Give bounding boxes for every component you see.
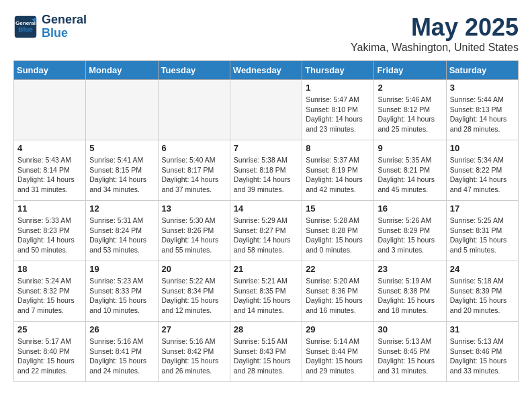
day-number: 1 xyxy=(306,83,370,93)
day-info: Sunrise: 5:18 AM Sunset: 8:39 PM Dayligh… xyxy=(450,276,515,316)
day-number: 24 xyxy=(450,264,515,274)
day-info: Sunrise: 5:34 AM Sunset: 8:22 PM Dayligh… xyxy=(450,155,515,195)
day-info: Sunrise: 5:43 AM Sunset: 8:14 PM Dayligh… xyxy=(17,155,82,195)
week-row-2: 4Sunrise: 5:43 AM Sunset: 8:14 PM Daylig… xyxy=(14,140,519,201)
day-info: Sunrise: 5:16 AM Sunset: 8:41 PM Dayligh… xyxy=(89,336,154,376)
day-info: Sunrise: 5:47 AM Sunset: 8:10 PM Dayligh… xyxy=(306,95,370,134)
day-info: Sunrise: 5:24 AM Sunset: 8:32 PM Dayligh… xyxy=(17,276,82,316)
day-info: Sunrise: 5:40 AM Sunset: 8:17 PM Dayligh… xyxy=(162,155,226,195)
day-info: Sunrise: 5:35 AM Sunset: 8:21 PM Dayligh… xyxy=(378,155,442,195)
day-info: Sunrise: 5:15 AM Sunset: 8:43 PM Dayligh… xyxy=(234,336,298,376)
day-info: Sunrise: 5:19 AM Sunset: 8:38 PM Dayligh… xyxy=(378,276,442,316)
day-info: Sunrise: 5:37 AM Sunset: 8:19 PM Dayligh… xyxy=(306,155,370,195)
day-number: 31 xyxy=(450,324,515,334)
day-info: Sunrise: 5:26 AM Sunset: 8:29 PM Dayligh… xyxy=(378,216,442,255)
logo: General Blue General Blue xyxy=(13,13,87,40)
calendar-cell: 7Sunrise: 5:38 AM Sunset: 8:18 PM Daylig… xyxy=(230,140,302,201)
day-number: 15 xyxy=(306,203,370,214)
day-number: 7 xyxy=(234,143,298,153)
day-info: Sunrise: 5:44 AM Sunset: 8:13 PM Dayligh… xyxy=(450,95,515,134)
day-number: 23 xyxy=(378,264,442,274)
calendar-cell: 19Sunrise: 5:23 AM Sunset: 8:33 PM Dayli… xyxy=(86,261,158,322)
day-number: 10 xyxy=(450,143,515,153)
calendar-cell: 22Sunrise: 5:20 AM Sunset: 8:36 PM Dayli… xyxy=(302,261,374,322)
calendar-cell: 30Sunrise: 5:13 AM Sunset: 8:45 PM Dayli… xyxy=(374,322,446,382)
calendar-cell: 29Sunrise: 5:14 AM Sunset: 8:44 PM Dayli… xyxy=(302,322,374,382)
calendar-cell: 23Sunrise: 5:19 AM Sunset: 8:38 PM Dayli… xyxy=(374,261,446,322)
day-info: Sunrise: 5:28 AM Sunset: 8:28 PM Dayligh… xyxy=(306,216,370,255)
calendar-cell: 20Sunrise: 5:22 AM Sunset: 8:34 PM Dayli… xyxy=(158,261,230,322)
calendar-cell: 25Sunrise: 5:17 AM Sunset: 8:40 PM Dayli… xyxy=(14,322,86,382)
calendar-cell xyxy=(158,80,230,140)
day-number: 25 xyxy=(17,324,82,334)
calendar-cell: 12Sunrise: 5:31 AM Sunset: 8:24 PM Dayli… xyxy=(86,201,158,261)
logo-text: General Blue xyxy=(42,13,87,40)
day-number: 16 xyxy=(378,203,442,214)
column-header-thursday: Thursday xyxy=(302,61,374,80)
day-info: Sunrise: 5:41 AM Sunset: 8:15 PM Dayligh… xyxy=(89,155,154,195)
calendar-cell: 18Sunrise: 5:24 AM Sunset: 8:32 PM Dayli… xyxy=(14,261,86,322)
day-number: 6 xyxy=(162,143,226,153)
column-header-tuesday: Tuesday xyxy=(158,61,230,80)
day-info: Sunrise: 5:31 AM Sunset: 8:24 PM Dayligh… xyxy=(89,216,154,255)
day-number: 19 xyxy=(89,264,154,274)
calendar-cell: 27Sunrise: 5:16 AM Sunset: 8:42 PM Dayli… xyxy=(158,322,230,382)
logo-icon: General Blue xyxy=(13,15,38,39)
day-info: Sunrise: 5:46 AM Sunset: 8:12 PM Dayligh… xyxy=(378,95,442,134)
day-number: 3 xyxy=(450,83,515,93)
calendar-cell: 8Sunrise: 5:37 AM Sunset: 8:19 PM Daylig… xyxy=(302,140,374,201)
column-header-monday: Monday xyxy=(86,61,158,80)
day-info: Sunrise: 5:25 AM Sunset: 8:31 PM Dayligh… xyxy=(450,216,515,255)
day-info: Sunrise: 5:29 AM Sunset: 8:27 PM Dayligh… xyxy=(234,216,298,255)
day-number: 27 xyxy=(162,324,226,334)
day-info: Sunrise: 5:13 AM Sunset: 8:46 PM Dayligh… xyxy=(450,336,515,376)
day-number: 26 xyxy=(89,324,154,334)
calendar-cell: 24Sunrise: 5:18 AM Sunset: 8:39 PM Dayli… xyxy=(446,261,518,322)
day-number: 2 xyxy=(378,83,442,93)
day-number: 22 xyxy=(306,264,370,274)
calendar-cell: 21Sunrise: 5:21 AM Sunset: 8:35 PM Dayli… xyxy=(230,261,302,322)
day-number: 21 xyxy=(234,264,298,274)
calendar-header-row: SundayMondayTuesdayWednesdayThursdayFrid… xyxy=(14,61,519,80)
calendar-cell xyxy=(86,80,158,140)
day-number: 12 xyxy=(89,203,154,214)
day-number: 30 xyxy=(378,324,442,334)
day-number: 5 xyxy=(89,143,154,153)
day-info: Sunrise: 5:14 AM Sunset: 8:44 PM Dayligh… xyxy=(306,336,370,376)
calendar-cell: 2Sunrise: 5:46 AM Sunset: 8:12 PM Daylig… xyxy=(374,80,446,140)
title-block: May 2025 Yakima, Washington, United Stat… xyxy=(351,13,519,54)
calendar-table: SundayMondayTuesdayWednesdayThursdayFrid… xyxy=(13,60,519,382)
page-header: General Blue General Blue May 2025 Yakim… xyxy=(13,13,519,54)
calendar-cell: 4Sunrise: 5:43 AM Sunset: 8:14 PM Daylig… xyxy=(14,140,86,201)
day-info: Sunrise: 5:21 AM Sunset: 8:35 PM Dayligh… xyxy=(234,276,298,316)
calendar-cell: 10Sunrise: 5:34 AM Sunset: 8:22 PM Dayli… xyxy=(446,140,518,201)
calendar-cell: 15Sunrise: 5:28 AM Sunset: 8:28 PM Dayli… xyxy=(302,201,374,261)
day-number: 28 xyxy=(234,324,298,334)
column-header-saturday: Saturday xyxy=(446,61,518,80)
column-header-sunday: Sunday xyxy=(14,61,86,80)
day-number: 13 xyxy=(162,203,226,214)
calendar-cell: 1Sunrise: 5:47 AM Sunset: 8:10 PM Daylig… xyxy=(302,80,374,140)
svg-text:Blue: Blue xyxy=(18,26,33,33)
day-info: Sunrise: 5:20 AM Sunset: 8:36 PM Dayligh… xyxy=(306,276,370,316)
week-row-4: 18Sunrise: 5:24 AM Sunset: 8:32 PM Dayli… xyxy=(14,261,519,322)
calendar-cell xyxy=(230,80,302,140)
calendar-cell: 16Sunrise: 5:26 AM Sunset: 8:29 PM Dayli… xyxy=(374,201,446,261)
day-number: 20 xyxy=(162,264,226,274)
calendar-cell: 26Sunrise: 5:16 AM Sunset: 8:41 PM Dayli… xyxy=(86,322,158,382)
day-info: Sunrise: 5:13 AM Sunset: 8:45 PM Dayligh… xyxy=(378,336,442,376)
week-row-5: 25Sunrise: 5:17 AM Sunset: 8:40 PM Dayli… xyxy=(14,322,519,382)
column-header-wednesday: Wednesday xyxy=(230,61,302,80)
day-number: 18 xyxy=(17,264,82,274)
day-info: Sunrise: 5:38 AM Sunset: 8:18 PM Dayligh… xyxy=(234,155,298,195)
day-number: 9 xyxy=(378,143,442,153)
day-number: 8 xyxy=(306,143,370,153)
day-number: 17 xyxy=(450,203,515,214)
calendar-cell: 9Sunrise: 5:35 AM Sunset: 8:21 PM Daylig… xyxy=(374,140,446,201)
day-info: Sunrise: 5:17 AM Sunset: 8:40 PM Dayligh… xyxy=(17,336,82,376)
location: Yakima, Washington, United States xyxy=(351,42,519,54)
week-row-3: 11Sunrise: 5:33 AM Sunset: 8:23 PM Dayli… xyxy=(14,201,519,261)
calendar-cell: 5Sunrise: 5:41 AM Sunset: 8:15 PM Daylig… xyxy=(86,140,158,201)
day-number: 14 xyxy=(234,203,298,214)
day-number: 4 xyxy=(17,143,82,153)
